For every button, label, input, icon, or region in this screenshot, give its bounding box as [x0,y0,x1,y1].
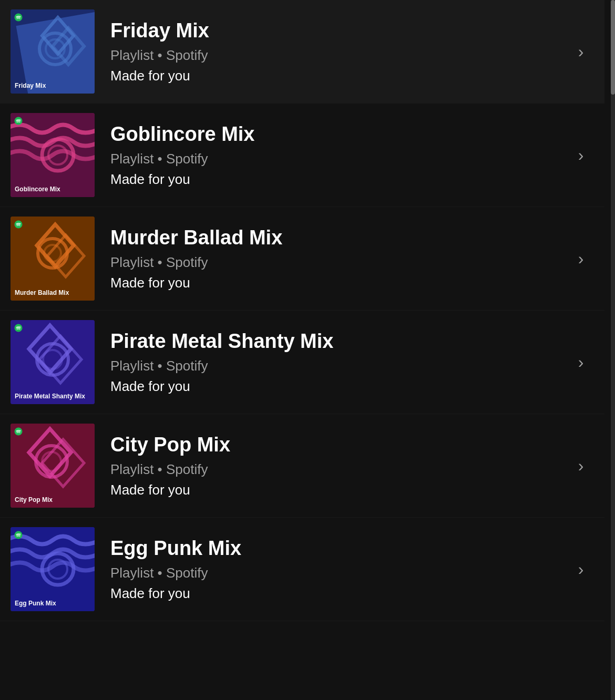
spotify-icon [14,116,23,126]
playlist-subtitle: Made for you [110,585,552,602]
playlist-info: Friday Mix Playlist • Spotify Made for y… [95,19,568,84]
playlist-subtitle: Made for you [110,378,552,395]
chevron-icon: › [578,249,584,269]
playlist-title: Goblincore Mix [110,122,552,147]
playlist-thumbnail: City Pop Mix [11,424,95,508]
playlist-meta: Playlist • Spotify [110,254,552,271]
thumbnail-label: Murder Ballad Mix [11,286,95,301]
chevron-container[interactable]: › [568,146,594,165]
playlist-meta: Playlist • Spotify [110,565,552,581]
chevron-container[interactable]: › [568,456,594,476]
playlist-item-city-pop-mix[interactable]: City Pop Mix City Pop Mix Playlist • Spo… [0,414,604,518]
chevron-container[interactable]: › [568,560,594,579]
playlist-meta: Playlist • Spotify [110,358,552,374]
playlist-meta: Playlist • Spotify [110,461,552,478]
chevron-container[interactable]: › [568,249,594,269]
playlist-subtitle: Made for you [110,482,552,498]
thumbnail-label: City Pop Mix [11,493,95,508]
playlist-meta: Playlist • Spotify [110,151,552,167]
playlist-info: City Pop Mix Playlist • Spotify Made for… [95,433,568,498]
playlist-title: City Pop Mix [110,433,552,457]
playlist-info: Murder Ballad Mix Playlist • Spotify Mad… [95,226,568,291]
playlist-item-pirate-metal-shanty-mix[interactable]: Pirate Metal Shanty Mix Pirate Metal Sha… [0,311,604,414]
spotify-icon [14,13,23,22]
playlist-info: Pirate Metal Shanty Mix Playlist • Spoti… [95,330,568,395]
scrollbar-thumb[interactable] [611,0,615,95]
thumbnail-label: Pirate Metal Shanty Mix [11,389,95,404]
playlist-thumbnail: Goblincore Mix [11,113,95,197]
playlist-subtitle: Made for you [110,171,552,188]
chevron-icon: › [578,353,584,372]
playlist-title: Egg Punk Mix [110,537,552,561]
playlist-subtitle: Made for you [110,275,552,291]
playlist-item-friday-mix[interactable]: Friday Mix Friday Mix Playlist • Spotify… [0,0,604,104]
playlist-thumbnail: Egg Punk Mix [11,527,95,611]
chevron-icon: › [578,146,584,165]
thumbnail-label: Friday Mix [11,79,95,94]
playlist-item-goblincore-mix[interactable]: Goblincore Mix Goblincore Mix Playlist •… [0,104,604,207]
thumbnail-label: Egg Punk Mix [11,596,95,611]
playlist-item-egg-punk-mix[interactable]: Egg Punk Mix Egg Punk Mix Playlist • Spo… [0,518,604,621]
chevron-container[interactable]: › [568,353,594,372]
thumbnail-label: Goblincore Mix [11,182,95,197]
playlist-thumbnail: Friday Mix [11,9,95,94]
chevron-icon: › [578,456,584,476]
playlist-list: Friday Mix Friday Mix Playlist • Spotify… [0,0,615,621]
chevron-container[interactable]: › [568,42,594,61]
playlist-thumbnail: Murder Ballad Mix [11,217,95,301]
playlist-info: Egg Punk Mix Playlist • Spotify Made for… [95,537,568,602]
playlist-subtitle: Made for you [110,68,552,84]
playlist-meta: Playlist • Spotify [110,47,552,64]
playlist-title: Pirate Metal Shanty Mix [110,330,552,354]
spotify-icon [14,323,23,333]
spotify-icon [14,220,23,229]
spotify-icon [14,530,23,540]
chevron-icon: › [578,42,584,61]
playlist-info: Goblincore Mix Playlist • Spotify Made f… [95,122,568,188]
playlist-title: Friday Mix [110,19,552,43]
playlist-item-murder-ballad-mix[interactable]: Murder Ballad Mix Murder Ballad Mix Play… [0,207,604,311]
playlist-thumbnail: Pirate Metal Shanty Mix [11,320,95,404]
playlist-title: Murder Ballad Mix [110,226,552,250]
chevron-icon: › [578,560,584,579]
spotify-icon [14,427,23,436]
scrollbar-track[interactable] [611,0,615,700]
